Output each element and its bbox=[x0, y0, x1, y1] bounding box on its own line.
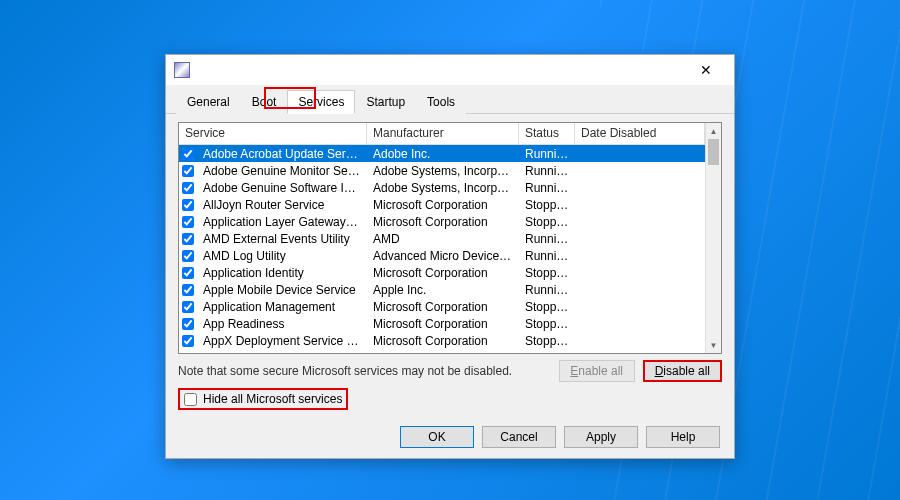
row-checkbox[interactable] bbox=[182, 284, 194, 296]
hide-microsoft-checkbox[interactable] bbox=[184, 393, 197, 406]
table-row[interactable]: Application IdentityMicrosoft Corporatio… bbox=[179, 264, 705, 281]
titlebar: ✕ bbox=[166, 55, 734, 85]
msconfig-window: ✕ General Boot Services Startup Tools Se… bbox=[165, 54, 735, 459]
cell-status: Running bbox=[519, 283, 575, 297]
scroll-thumb[interactable] bbox=[708, 139, 719, 165]
row-checkbox[interactable] bbox=[182, 182, 194, 194]
cell-manufacturer: Microsoft Corporation bbox=[367, 334, 519, 348]
services-panel: Service Manufacturer Status Date Disable… bbox=[178, 122, 722, 354]
cell-service: Application Identity bbox=[197, 266, 367, 280]
scrollbar-vertical[interactable]: ▲ ▼ bbox=[705, 123, 721, 353]
cell-service: AMD Log Utility bbox=[197, 249, 367, 263]
cell-service: Application Management bbox=[197, 300, 367, 314]
row-checkbox[interactable] bbox=[182, 335, 194, 347]
services-listview[interactable]: Service Manufacturer Status Date Disable… bbox=[178, 122, 722, 354]
table-row[interactable]: Application ManagementMicrosoft Corporat… bbox=[179, 298, 705, 315]
row-checkbox[interactable] bbox=[182, 216, 194, 228]
cell-status: Stopped bbox=[519, 334, 575, 348]
table-row[interactable]: Adobe Genuine Software Integri...Adobe S… bbox=[179, 179, 705, 196]
cell-manufacturer: Microsoft Corporation bbox=[367, 266, 519, 280]
table-row[interactable]: AMD External Events UtilityAMDRunning bbox=[179, 230, 705, 247]
cell-status: Running bbox=[519, 147, 575, 161]
cell-manufacturer: Adobe Inc. bbox=[367, 147, 519, 161]
row-checkbox[interactable] bbox=[182, 148, 194, 160]
hide-microsoft-label: Hide all Microsoft services bbox=[203, 392, 342, 406]
col-date-disabled[interactable]: Date Disabled bbox=[575, 123, 705, 144]
scroll-up-icon[interactable]: ▲ bbox=[706, 123, 721, 139]
row-checkbox[interactable] bbox=[182, 318, 194, 330]
table-row[interactable]: Adobe Genuine Monitor ServiceAdobe Syste… bbox=[179, 162, 705, 179]
listview-rows: Adobe Acrobat Update ServiceAdobe Inc.Ru… bbox=[179, 145, 705, 349]
cell-service: AMD External Events Utility bbox=[197, 232, 367, 246]
tab-general[interactable]: General bbox=[176, 90, 241, 114]
row-checkbox[interactable] bbox=[182, 165, 194, 177]
cell-manufacturer: Apple Inc. bbox=[367, 283, 519, 297]
cell-status: Running bbox=[519, 164, 575, 178]
cell-manufacturer: Adobe Systems, Incorpora... bbox=[367, 164, 519, 178]
cell-status: Stopped bbox=[519, 198, 575, 212]
cell-service: AppX Deployment Service (AppX... bbox=[197, 334, 367, 348]
cell-manufacturer: Adobe Systems, Incorpora... bbox=[367, 181, 519, 195]
table-row[interactable]: Adobe Acrobat Update ServiceAdobe Inc.Ru… bbox=[179, 145, 705, 162]
cell-status: Running bbox=[519, 181, 575, 195]
row-checkbox[interactable] bbox=[182, 233, 194, 245]
cell-service: AllJoyn Router Service bbox=[197, 198, 367, 212]
tab-strip: General Boot Services Startup Tools bbox=[166, 85, 734, 114]
tab-boot[interactable]: Boot bbox=[241, 90, 288, 114]
cell-service: Adobe Acrobat Update Service bbox=[197, 147, 367, 161]
tab-services[interactable]: Services bbox=[287, 90, 355, 114]
cell-manufacturer: AMD bbox=[367, 232, 519, 246]
app-icon bbox=[174, 62, 190, 78]
cell-manufacturer: Advanced Micro Devices, I... bbox=[367, 249, 519, 263]
cell-status: Running bbox=[519, 232, 575, 246]
close-button[interactable]: ✕ bbox=[686, 56, 726, 84]
tab-tools[interactable]: Tools bbox=[416, 90, 466, 114]
apply-button[interactable]: Apply bbox=[564, 426, 638, 448]
cell-service: Apple Mobile Device Service bbox=[197, 283, 367, 297]
ok-button[interactable]: OK bbox=[400, 426, 474, 448]
listview-header[interactable]: Service Manufacturer Status Date Disable… bbox=[179, 123, 705, 145]
cell-service: App Readiness bbox=[197, 317, 367, 331]
table-row[interactable]: AllJoyn Router ServiceMicrosoft Corporat… bbox=[179, 196, 705, 213]
cancel-button[interactable]: Cancel bbox=[482, 426, 556, 448]
cell-status: Stopped bbox=[519, 317, 575, 331]
cell-manufacturer: Microsoft Corporation bbox=[367, 300, 519, 314]
cell-service: Adobe Genuine Software Integri... bbox=[197, 181, 367, 195]
cell-service: Application Layer Gateway Service bbox=[197, 215, 367, 229]
table-row[interactable]: Apple Mobile Device ServiceApple Inc.Run… bbox=[179, 281, 705, 298]
row-checkbox[interactable] bbox=[182, 267, 194, 279]
disable-all-button[interactable]: Disable all bbox=[643, 360, 722, 382]
cell-status: Running bbox=[519, 249, 575, 263]
row-checkbox[interactable] bbox=[182, 199, 194, 211]
desktop-wallpaper: ✕ General Boot Services Startup Tools Se… bbox=[0, 0, 900, 500]
cell-manufacturer: Microsoft Corporation bbox=[367, 215, 519, 229]
tab-startup[interactable]: Startup bbox=[355, 90, 416, 114]
dialog-footer: OK Cancel Apply Help bbox=[400, 426, 720, 448]
table-row[interactable]: AMD Log UtilityAdvanced Micro Devices, I… bbox=[179, 247, 705, 264]
hide-microsoft-container[interactable]: Hide all Microsoft services bbox=[178, 388, 348, 410]
table-row[interactable]: Application Layer Gateway ServiceMicroso… bbox=[179, 213, 705, 230]
col-manufacturer[interactable]: Manufacturer bbox=[367, 123, 519, 144]
table-row[interactable]: App ReadinessMicrosoft CorporationStoppe… bbox=[179, 315, 705, 332]
cell-manufacturer: Microsoft Corporation bbox=[367, 317, 519, 331]
row-checkbox[interactable] bbox=[182, 301, 194, 313]
cell-manufacturer: Microsoft Corporation bbox=[367, 198, 519, 212]
table-row[interactable]: AppX Deployment Service (AppX...Microsof… bbox=[179, 332, 705, 349]
row-checkbox[interactable] bbox=[182, 250, 194, 262]
cell-status: Stopped bbox=[519, 266, 575, 280]
col-status[interactable]: Status bbox=[519, 123, 575, 144]
scroll-down-icon[interactable]: ▼ bbox=[706, 337, 721, 353]
cell-status: Stopped bbox=[519, 300, 575, 314]
cell-status: Stopped bbox=[519, 215, 575, 229]
note-text: Note that some secure Microsoft services… bbox=[178, 364, 551, 378]
help-button[interactable]: Help bbox=[646, 426, 720, 448]
col-service[interactable]: Service bbox=[179, 123, 367, 144]
enable-all-button: Enable all bbox=[559, 360, 635, 382]
cell-service: Adobe Genuine Monitor Service bbox=[197, 164, 367, 178]
